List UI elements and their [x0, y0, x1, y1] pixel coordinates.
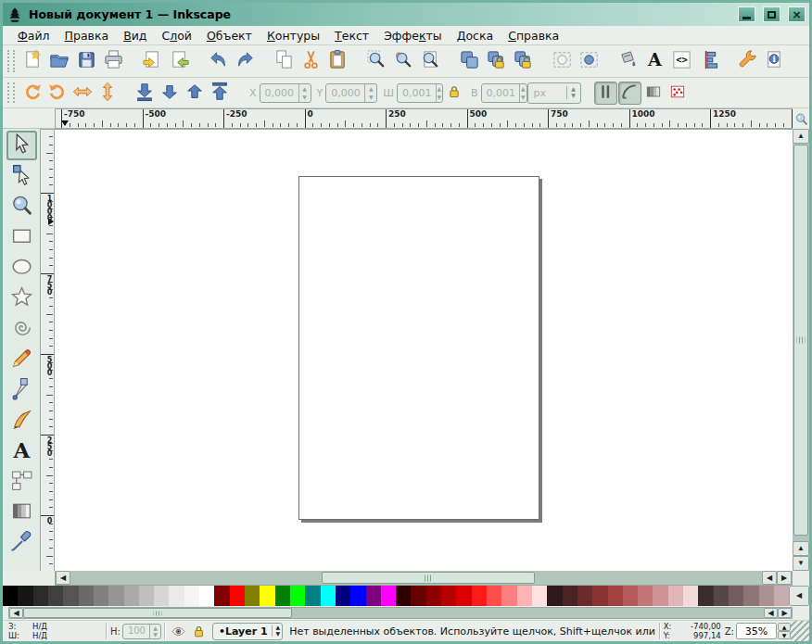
maximize-button[interactable] [763, 6, 780, 22]
raise-to-top-button[interactable] [207, 81, 232, 106]
x-field[interactable]: 0,000▲▼ [260, 83, 311, 103]
palette-scroll-left-button[interactable]: ◀ [789, 586, 809, 606]
menu-item-3[interactable]: Слой [154, 28, 199, 44]
preferences-button[interactable] [734, 48, 761, 75]
units-combo[interactable]: px▲▼ [527, 82, 581, 104]
menu-item-9[interactable]: Справка [501, 28, 566, 44]
palette-swatch[interactable] [214, 586, 229, 606]
palette-swatch[interactable] [290, 586, 305, 606]
palette-swatch[interactable] [321, 586, 336, 606]
palette-swatch[interactable] [350, 586, 365, 606]
menu-item-1[interactable]: Правка [57, 28, 117, 44]
palette-swatch[interactable] [759, 586, 774, 606]
undo-button[interactable] [205, 48, 232, 75]
horizontal-scroll-track[interactable] [535, 571, 762, 585]
palette-swatch[interactable] [623, 586, 638, 606]
palette-swatch[interactable] [683, 586, 698, 606]
paste-button[interactable] [324, 48, 351, 75]
open-folder-button[interactable] [46, 48, 73, 75]
palette-swatch[interactable] [441, 586, 456, 606]
unlink-clone-button[interactable] [510, 48, 537, 75]
palette-swatch[interactable] [426, 586, 441, 606]
palette-swatch[interactable] [18, 586, 32, 606]
import-button[interactable] [139, 48, 166, 75]
xml-editor-button[interactable]: <> [668, 48, 695, 75]
lower-button[interactable] [157, 81, 182, 106]
menu-item-5[interactable]: Контуры [260, 28, 327, 44]
zoom-drawing-button[interactable] [390, 48, 417, 75]
scroll-left-button[interactable]: ◀ [56, 571, 70, 585]
print-button[interactable] [100, 48, 127, 75]
cut-button[interactable] [298, 48, 324, 75]
scroll-right-button[interactable]: ▶ [778, 608, 792, 618]
export-button[interactable] [166, 48, 193, 75]
palette-swatch[interactable] [729, 586, 743, 606]
palette-scroll-thumb[interactable] [23, 608, 292, 618]
palette-swatch[interactable] [743, 586, 758, 606]
palette-swatch[interactable] [472, 586, 487, 606]
lower-to-bottom-button[interactable] [132, 81, 157, 106]
palette-swatch[interactable] [199, 586, 214, 606]
palette-swatch[interactable] [381, 586, 396, 606]
pencil-tool[interactable] [6, 345, 37, 374]
menu-item-8[interactable]: Доска [450, 28, 501, 44]
zoom-tool[interactable] [6, 192, 37, 221]
vertical-ruler[interactable]: 10007505002500 [40, 129, 55, 571]
node-tool[interactable] [6, 161, 37, 191]
palette-swatch[interactable] [184, 586, 199, 606]
palette-swatch[interactable] [260, 586, 274, 606]
palette-swatch[interactable] [638, 586, 653, 606]
width-field[interactable]: 0,001▲▼ [397, 83, 443, 103]
menu-item-6[interactable]: Текст [327, 28, 376, 44]
palette-swatch[interactable] [592, 586, 607, 606]
zoom-spin-buttons[interactable]: ▲▼ [778, 623, 791, 639]
scale-corners-toggle[interactable] [618, 82, 641, 105]
scroll-left-button[interactable]: ◀ [9, 608, 23, 618]
palette-scroll-track[interactable] [292, 608, 764, 618]
calligraphy-tool[interactable] [6, 406, 37, 436]
new-document-button[interactable] [19, 48, 46, 75]
spin-arrows[interactable]: ▲▼ [364, 84, 376, 102]
layer-visibility-button[interactable] [169, 622, 189, 640]
flip-horizontal-button[interactable] [70, 81, 95, 106]
scroll-up-button[interactable]: ▲ [793, 129, 809, 144]
scroll-left-button[interactable]: ◀ [762, 571, 777, 585]
palette-swatch[interactable] [366, 586, 381, 606]
palette-swatch[interactable] [547, 586, 562, 606]
menu-item-2[interactable]: Вид [116, 28, 154, 44]
layer-selector[interactable]: •Layer 1 ▲▼ [212, 623, 283, 640]
palette-swatch[interactable] [456, 586, 471, 606]
palette-swatch[interactable] [108, 586, 123, 606]
vertical-scrollbar[interactable]: ▲ ▲ ▼ [793, 129, 809, 571]
transform-patterns-toggle[interactable] [666, 82, 690, 105]
clone-button[interactable] [483, 48, 510, 75]
palette-swatch[interactable] [230, 586, 245, 606]
toolbar-grip[interactable] [7, 50, 15, 72]
palette-swatch[interactable] [305, 586, 320, 606]
copy-button[interactable] [271, 48, 298, 75]
palette-swatch[interactable] [48, 586, 63, 606]
minimize-button[interactable] [738, 6, 755, 22]
window-resize-grip[interactable] [791, 621, 809, 641]
flip-vertical-button[interactable] [95, 81, 120, 106]
palette-swatch[interactable] [501, 586, 516, 606]
selector-tool[interactable] [6, 131, 37, 160]
zoom-page-button[interactable] [417, 48, 444, 75]
layer-lock-button[interactable] [189, 622, 209, 640]
pen-tool[interactable] [6, 375, 37, 405]
palette-swatch[interactable] [608, 586, 623, 606]
horizontal-scrollbar[interactable]: ◀ ◀ ▶ [55, 571, 793, 586]
spiral-tool[interactable] [6, 314, 37, 344]
horizontal-scroll-track[interactable] [70, 571, 322, 585]
vertical-scroll-thumb[interactable] [793, 145, 808, 536]
palette-swatch[interactable] [245, 586, 260, 606]
spin-arrows[interactable]: ▲▼ [436, 84, 443, 102]
palette-swatch[interactable] [154, 586, 169, 606]
palette-swatch[interactable] [653, 586, 667, 606]
scale-stroke-toggle[interactable] [594, 82, 617, 105]
palette-swatch[interactable] [532, 586, 547, 606]
palette-swatch[interactable] [33, 586, 48, 606]
select-all-button[interactable] [576, 48, 603, 75]
fill-stroke-indicator[interactable]: З:Н/Д Ш:Н/Д [3, 622, 103, 640]
palette-swatch[interactable] [563, 586, 577, 606]
